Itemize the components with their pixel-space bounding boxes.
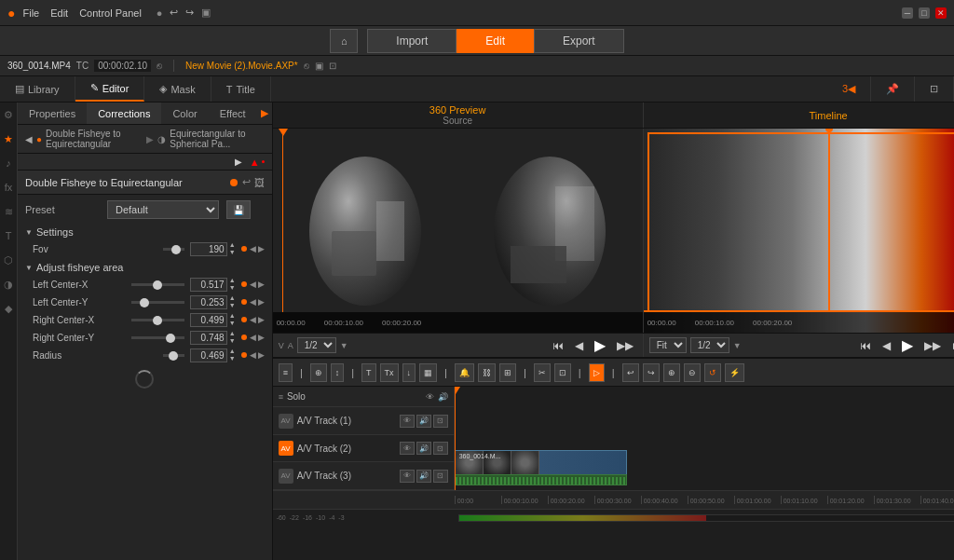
rcx-down[interactable]: ▼ <box>229 320 238 327</box>
sidebar-icon-star[interactable]: ★ <box>0 130 17 147</box>
more-tabs-icon[interactable]: ▶ <box>257 107 272 119</box>
lcy-up[interactable]: ▲ <box>229 294 238 302</box>
chain-prev[interactable]: ◀ <box>25 134 33 144</box>
menu-file[interactable]: File <box>22 7 39 19</box>
tab-icon2[interactable]: ⊡ <box>915 76 954 102</box>
effect-img-icon[interactable]: 🖼 <box>254 177 265 188</box>
av1-more[interactable]: ⊡ <box>433 415 448 428</box>
tl-redo[interactable]: ↪ <box>643 363 660 382</box>
tl-red-btn[interactable]: ↺ <box>704 363 721 382</box>
rcx-left[interactable]: ◀ <box>250 315 256 324</box>
r-down[interactable]: ▼ <box>229 355 238 362</box>
lcx-dot[interactable] <box>241 281 247 287</box>
source-prev[interactable]: ◀ <box>571 337 587 354</box>
left-center-y-thumb[interactable] <box>140 298 149 307</box>
av2-video-clip[interactable]: 360_0014.M... <box>455 450 627 474</box>
radius-thumb[interactable] <box>169 351 178 361</box>
tl-ratio-select[interactable]: 1/2 <box>690 337 729 353</box>
preset-save-button[interactable]: 💾 <box>226 200 251 219</box>
chain-item-2[interactable]: Equirectangular to Spherical Pa... <box>170 129 264 149</box>
pin-icon[interactable]: 📌 <box>871 76 915 102</box>
rcy-down[interactable]: ▼ <box>229 337 238 345</box>
lcx-right[interactable]: ▶ <box>258 280 265 289</box>
fov-left-arrow[interactable]: ◀ <box>250 244 256 253</box>
edit-tab[interactable]: Edit <box>457 29 534 53</box>
source-ratio-arrow[interactable]: ▼ <box>340 341 348 350</box>
tl-prev-frame[interactable]: ⏮ <box>856 337 875 354</box>
lcx-up[interactable]: ▲ <box>229 277 238 284</box>
left-center-y-track[interactable] <box>131 301 184 304</box>
tl-active-tool[interactable]: ▷ <box>589 363 605 382</box>
sidebar-icon-settings[interactable]: ⚙ <box>0 106 17 123</box>
right-center-x-thumb[interactable] <box>153 316 162 325</box>
rcy-right[interactable]: ▶ <box>258 333 265 342</box>
tl-insert[interactable]: ↓ <box>402 363 416 382</box>
tl-orange-btn[interactable]: ⚡ <box>725 363 744 382</box>
tl-play[interactable]: ▶ <box>898 335 917 356</box>
source-play[interactable]: ▶ <box>591 335 609 356</box>
av2-speaker[interactable]: 🔊 <box>416 442 431 455</box>
av1-eye[interactable]: 👁 <box>400 415 415 428</box>
av3-eye[interactable]: 👁 <box>400 470 415 483</box>
radius-track[interactable] <box>163 354 184 357</box>
sidebar-icon-fx[interactable]: fx <box>0 179 17 196</box>
source-ratio-select[interactable]: 1/2 <box>297 337 336 353</box>
fov-down[interactable]: ▼ <box>229 249 238 256</box>
movie-export-icon[interactable]: ⎋ <box>304 61 309 71</box>
rcy-dot[interactable] <box>241 335 247 340</box>
settings-section-header[interactable]: ▼ Settings <box>25 226 265 238</box>
tab-properties[interactable]: Properties <box>18 102 87 124</box>
menu-edit[interactable]: Edit <box>50 7 68 19</box>
tl-undo[interactable]: ↩ <box>622 363 639 382</box>
fov-dot1[interactable] <box>241 246 247 252</box>
source-prev-frame[interactable]: ⏮ <box>549 337 567 354</box>
rcx-right[interactable]: ▶ <box>258 315 265 324</box>
fit-select[interactable]: Fit <box>649 337 687 353</box>
tab-library[interactable]: ▤ Library <box>0 76 75 102</box>
play-btn[interactable]: ▶ <box>235 157 242 167</box>
left-center-x-track[interactable] <box>131 283 184 286</box>
lcy-left[interactable]: ◀ <box>250 297 256 307</box>
keyframe-dot[interactable] <box>230 179 238 186</box>
rcy-left[interactable]: ◀ <box>250 333 256 342</box>
source-next[interactable]: ▶▶ <box>613 337 637 354</box>
tl-next[interactable]: ▶▶ <box>920 337 945 354</box>
export-tab[interactable]: Export <box>534 29 624 53</box>
lcy-dot[interactable] <box>241 299 247 305</box>
tab-title[interactable]: T Title <box>211 76 271 102</box>
av2-more[interactable]: ⊡ <box>433 442 448 455</box>
rcx-dot[interactable] <box>241 317 247 322</box>
sidebar-icon-transition[interactable]: ⬡ <box>0 252 17 268</box>
sidebar-icon-color[interactable]: ◑ <box>0 276 17 293</box>
tl-resize[interactable]: ↕ <box>331 363 345 382</box>
tab-editor[interactable]: ✎ Editor <box>75 76 145 102</box>
sidebar-icon-T[interactable]: T <box>0 227 17 244</box>
sidebar-icon-keyframe[interactable]: ◆ <box>0 300 17 317</box>
tl-end[interactable]: ⏭ <box>948 337 954 354</box>
left-center-x-thumb[interactable] <box>153 280 162 290</box>
import-tab[interactable]: Import <box>367 29 457 53</box>
tab-corrections[interactable]: Corrections <box>87 102 161 124</box>
maximize-button[interactable]: □ <box>919 7 930 19</box>
r-up[interactable]: ▲ <box>229 348 238 355</box>
reset-icon[interactable]: ↩ <box>242 176 251 188</box>
r-right[interactable]: ▶ <box>258 350 265 360</box>
tl-link[interactable]: ⛓ <box>478 363 496 382</box>
right-center-x-input[interactable] <box>190 313 227 327</box>
tl-ratio-arrow[interactable]: ▼ <box>733 341 742 350</box>
tl-text[interactable]: T <box>361 363 376 382</box>
av3-more[interactable]: ⊡ <box>433 470 448 483</box>
tl-toolbar-menu[interactable]: ≡ <box>279 363 293 382</box>
home-button[interactable]: ⌂ <box>330 29 358 53</box>
tl-zoomout[interactable]: ⊖ <box>684 363 701 382</box>
close-button[interactable]: ✕ <box>935 7 947 19</box>
tl-zoomin[interactable]: ⊕ <box>663 363 680 382</box>
rcx-up[interactable]: ▲ <box>229 312 238 320</box>
left-center-y-input[interactable] <box>190 295 227 309</box>
menu-control-panel[interactable]: Control Panel <box>79 7 142 19</box>
tab-color[interactable]: Color <box>161 102 208 124</box>
fov-slider-track[interactable] <box>163 248 184 251</box>
tab-more[interactable]: 3◀ <box>827 76 871 102</box>
lcy-right[interactable]: ▶ <box>258 297 265 307</box>
left-center-x-input[interactable] <box>190 278 227 292</box>
